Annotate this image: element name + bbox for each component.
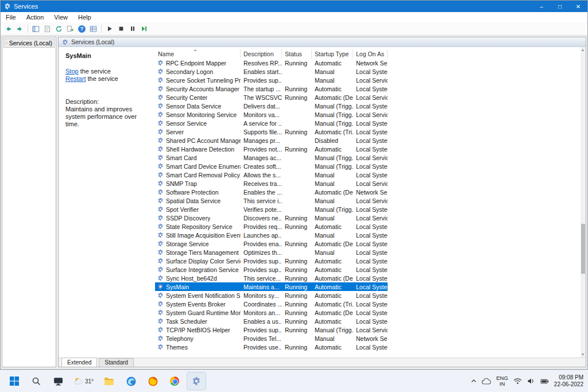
console-tree-toggle-button[interactable] <box>30 24 41 34</box>
table-row[interactable]: Smart Card Device Enumerat...Creates sof… <box>155 162 388 170</box>
hidden-icons-button[interactable] <box>471 379 477 383</box>
table-row[interactable]: Secondary LogonEnables start...ManualLoc… <box>155 67 388 76</box>
start-service-button[interactable] <box>104 24 115 34</box>
table-row[interactable]: SysMainMaintains a...RunningAutomaticLoc… <box>155 282 388 291</box>
stop-service-button[interactable] <box>115 24 126 34</box>
scroll-up-icon[interactable] <box>582 49 584 51</box>
table-row[interactable]: Smart CardManages ac...Manual (Trigg...L… <box>155 153 388 162</box>
menu-file[interactable]: File <box>1 13 21 22</box>
language-indicator[interactable]: ENGIN <box>496 375 508 387</box>
table-row[interactable]: Spot VerifierVerifies pote...Manual (Tri… <box>155 205 388 214</box>
table-row[interactable]: TelephonyProvides Tel...ManualNetwork Se… <box>155 334 388 343</box>
stop-service-line: Stop the service <box>65 68 148 75</box>
table-row[interactable]: Smart Card Removal PolicyAllows the s...… <box>155 170 388 179</box>
services-taskbar-icon <box>192 377 201 386</box>
tab-extended[interactable]: Extended <box>61 358 97 367</box>
table-row[interactable]: RPC Endpoint MapperResolves RP...Running… <box>155 59 388 67</box>
table-row[interactable]: Software ProtectionEnables the ...Automa… <box>155 188 388 196</box>
table-row[interactable]: SSDP DiscoveryDiscovers ne...RunningManu… <box>155 214 388 222</box>
service-log-on-as: Local System <box>353 240 388 247</box>
table-row[interactable]: Sensor ServiceA service for ...Manual (T… <box>155 119 388 127</box>
vertical-scrollbar[interactable] <box>581 47 586 358</box>
services-taskbar-button[interactable] <box>187 372 206 390</box>
minimize-button[interactable]: – <box>532 1 551 12</box>
service-name: State Repository Service <box>166 223 233 230</box>
table-row[interactable]: Sensor Monitoring ServiceMonitors va...M… <box>155 110 388 119</box>
column-header-startup-type[interactable]: Startup Type <box>312 49 353 59</box>
forward-button[interactable] <box>14 24 25 34</box>
service-log-on-as: Network Se... <box>353 189 388 196</box>
restart-service-suffix: the service <box>86 75 118 82</box>
service-startup-type: Manual <box>312 215 353 222</box>
wifi-button[interactable] <box>513 378 522 385</box>
column-header-log-on-as[interactable]: Log On As <box>353 49 388 59</box>
refresh-button[interactable] <box>53 24 64 34</box>
restart-service-link[interactable]: Restart <box>65 75 86 82</box>
stop-service-link[interactable]: Stop <box>65 68 79 75</box>
file-explorer-button[interactable] <box>99 372 119 390</box>
table-row[interactable]: Shared PC Account ManagerManages pr...Di… <box>155 136 388 145</box>
table-row[interactable]: ServerSupports file...RunningAutomatic (… <box>155 127 388 136</box>
tree-item-services-local[interactable]: Services (Local) <box>3 38 55 48</box>
column-header-description[interactable]: Description <box>241 49 282 59</box>
column-header-name[interactable]: Name <box>155 49 241 59</box>
table-row[interactable]: ThemesProvides use...RunningAutomaticLoc… <box>155 343 388 351</box>
table-row[interactable]: Sensor Data ServiceDelivers dat...Manual… <box>155 102 388 110</box>
edge-button[interactable] <box>121 372 141 390</box>
scroll-down-icon[interactable] <box>582 354 584 356</box>
desktop-app-button[interactable] <box>48 372 68 390</box>
chrome-button[interactable] <box>165 372 184 390</box>
table-row[interactable]: Still Image Acquisition EventsLaunches a… <box>155 231 388 239</box>
menu-action[interactable]: Action <box>21 13 49 22</box>
tab-standard[interactable]: Standard <box>99 358 134 367</box>
close-button[interactable]: ✕ <box>569 1 587 12</box>
table-row[interactable]: SNMP TrapReceives tra...ManualLocal Serv… <box>155 179 388 188</box>
table-row[interactable]: Shell Hardware DetectionProvides not...R… <box>155 145 388 153</box>
search-button[interactable] <box>26 372 46 390</box>
table-row[interactable]: Storage ServiceProvides ena...RunningAut… <box>155 239 388 248</box>
table-row[interactable]: TCP/IP NetBIOS HelperProvides sup...Runn… <box>155 325 388 334</box>
toolbar: ? <box>1 22 587 36</box>
widgets-weather-button[interactable]: 31° <box>70 372 97 390</box>
volume-button[interactable] <box>527 378 535 385</box>
table-row[interactable]: System Guard Runtime Mon...Monitors an..… <box>155 308 388 317</box>
title-bar[interactable]: Services – □ ✕ <box>1 1 587 12</box>
table-row[interactable]: Security Accounts ManagerThe startup ...… <box>155 84 388 93</box>
description-block: Description: Maintains and improves syst… <box>65 98 148 128</box>
table-row[interactable]: Spatial Data ServiceThis service i...Man… <box>155 196 388 205</box>
pause-service-button[interactable] <box>127 24 138 34</box>
table-row[interactable]: Secure Socket Tunneling Pro...Provides s… <box>155 76 388 84</box>
table-row[interactable]: Security CenterThe WSCSVC...RunningAutom… <box>155 93 388 102</box>
maximize-button[interactable]: □ <box>551 1 569 12</box>
onedrive-button[interactable] <box>482 378 491 385</box>
table-row[interactable]: System Event Notification S...Monitors s… <box>155 291 388 300</box>
service-log-on-as: Local System <box>353 223 388 230</box>
scrollbar-thumb[interactable] <box>581 224 585 274</box>
menu-bar: File Action View Help <box>1 12 587 22</box>
table-row[interactable]: Sync Host_be642dThis service...RunningAu… <box>155 274 388 282</box>
table-row[interactable]: State Repository ServiceProvides req...R… <box>155 222 388 231</box>
menu-view[interactable]: View <box>49 13 73 22</box>
export-list-button[interactable] <box>65 24 76 34</box>
firefox-button[interactable] <box>143 372 163 390</box>
column-header-status[interactable]: Status <box>282 49 312 59</box>
menu-help[interactable]: Help <box>73 13 96 22</box>
table-row[interactable]: Surface Integration ServiceProvides sup.… <box>155 265 388 274</box>
table-row[interactable]: Surface Display Color ServiceProvides su… <box>155 257 388 265</box>
service-description: Enables the ... <box>241 189 282 196</box>
search-icon <box>32 377 41 386</box>
clock[interactable]: 09:08 PM22-06-2022 <box>554 374 583 388</box>
description-text: Maintains and improves system performanc… <box>65 106 148 128</box>
table-row[interactable]: Task SchedulerEnables a us...RunningAuto… <box>155 317 388 325</box>
start-button[interactable] <box>5 372 24 390</box>
battery-button[interactable] <box>540 378 549 385</box>
properties-button[interactable] <box>42 24 53 34</box>
help-button[interactable]: ? <box>76 24 87 34</box>
list-view-button[interactable] <box>88 24 99 34</box>
table-row[interactable]: System Events BrokerCoordinates ...Runni… <box>155 300 388 308</box>
service-status: Running <box>282 240 312 247</box>
table-row[interactable]: Storage Tiers ManagementOptimizes th...M… <box>155 248 388 257</box>
back-button[interactable] <box>3 24 14 34</box>
restart-service-button[interactable] <box>138 24 149 34</box>
service-startup-type: Automatic <box>312 266 353 273</box>
